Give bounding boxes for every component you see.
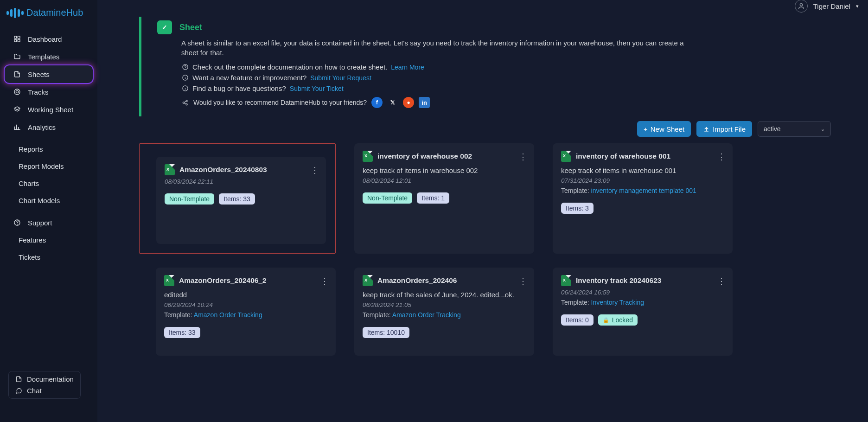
sidebar-item-working-sheet[interactable]: Working Sheet [0,101,97,118]
card-description: keep track of items in warehouse 002 [363,166,526,174]
card-badges: Non-TemplateItems: 33 [165,193,318,205]
card-template-link[interactable]: Amazon Order Tracking [392,311,461,319]
card-template-link[interactable]: Inventory Tracking [591,299,644,306]
spreadsheet-icon [561,151,571,162]
sheet-card[interactable]: AmazonOrders_20240803⋮08/03/2024 22:11No… [156,157,326,244]
svg-rect-4 [18,39,20,42]
card-title: AmazonOrders_202406_2 [179,276,267,285]
sheet-card[interactable]: Inventory track 20240623⋮06/24/2024 16:5… [553,268,733,356]
spreadsheet-icon [164,275,174,286]
sidebar-item-documentation[interactable]: Documentation [15,375,74,383]
chevron-updown-icon: ⌄ [821,126,825,132]
sidebar-item-label: Report Models [19,162,64,170]
card-menu-button[interactable]: ⋮ [717,276,726,286]
card-date: 08/03/2024 22:11 [165,178,318,185]
x-twitter-icon[interactable]: 𝕏 [387,97,398,108]
sidebar-item-label: Reports [19,145,43,153]
card-template-label: Template: [561,299,591,306]
card-title: inventory of warehouse 002 [377,152,472,160]
logo-bars-icon [6,8,24,18]
sidebar-item-chat[interactable]: Chat [15,387,74,395]
card-menu-button[interactable]: ⋮ [519,276,528,286]
card-template-link[interactable]: Amazon Order Tracking [194,311,262,319]
card-date: 06/28/2024 21:05 [363,301,526,308]
submit-request-link[interactable]: Submit Your Request [310,74,371,82]
learn-more-link[interactable]: Learn More [391,64,424,71]
card-template-label: Template: [561,187,591,194]
sheet-card[interactable]: inventory of warehouse 001⋮keep track of… [553,143,733,254]
sidebar-item-label: Templates [28,53,59,61]
banner-share-text: Would you like to recommend DatamineHub … [193,99,367,106]
sidebar-item-label: Charts [19,179,39,187]
locked-badge: 🔒Locked [598,314,638,326]
spreadsheet-icon [165,164,175,175]
brand-logo[interactable]: DatamineHub [0,5,97,30]
non-template-badge: Non-Template [165,193,214,205]
card-menu-button[interactable]: ⋮ [717,152,726,162]
help-circle-icon [181,64,189,71]
cards-grid: AmazonOrders_20240803⋮08/03/2024 22:11No… [139,143,849,356]
sidebar-item-charts[interactable]: Charts [0,175,97,192]
doc-icon [15,376,22,383]
bar-chart-icon [13,123,21,131]
help-icon [13,218,21,227]
banner-row-text: Want a new feature or improvement? [192,74,306,82]
sidebar-item-label: Tracks [28,88,48,96]
svg-rect-3 [14,39,17,42]
sidebar-item-label: Support [28,219,52,227]
svg-point-8 [17,224,18,224]
sheet-card[interactable]: AmazonOrders_202406_2⋮editedd06/29/2024 … [156,268,336,356]
sidebar-item-sheets[interactable]: Sheets [5,65,93,83]
card-template: Template: Inventory Tracking [561,299,724,306]
items-badge: Items: 10010 [363,327,409,338]
button-label: Import File [713,125,746,133]
check-icon: ✓ [157,20,172,34]
share-icon [181,99,189,106]
card-menu-button[interactable]: ⋮ [519,152,528,162]
card-description: editedd [164,291,327,299]
facebook-icon[interactable]: f [371,97,383,108]
sidebar-item-label: Working Sheet [28,106,73,114]
spreadsheet-icon [363,275,373,286]
sidebar-item-chart-models[interactable]: Chart Models [0,192,97,209]
card-template-link[interactable]: inventory management template 001 [591,187,696,194]
info-banner: ✓ Sheet A sheet is similar to an excel f… [139,17,849,116]
card-menu-button[interactable]: ⋮ [311,165,319,175]
card-date: 08/02/2024 12:01 [363,177,526,184]
card-menu-button[interactable]: ⋮ [320,276,329,286]
layers-icon [13,105,21,114]
plus-icon: + [644,125,648,133]
sidebar-item-analytics[interactable]: Analytics [0,118,97,136]
svg-rect-1 [14,36,17,38]
sheet-card[interactable]: inventory of warehouse 002⋮keep track of… [354,143,534,254]
sidebar-item-features[interactable]: Features [0,231,97,249]
sidebar-item-dashboard[interactable]: Dashboard [0,30,97,48]
info-icon [181,85,189,92]
reddit-icon[interactable]: ● [403,97,414,108]
sidebar-item-reports[interactable]: Reports [0,141,97,158]
sidebar-item-report-models[interactable]: Report Models [0,158,97,175]
linkedin-icon[interactable]: in [419,97,430,108]
submit-ticket-link[interactable]: Submit Your Ticket [290,85,344,92]
select-value: active [764,125,781,133]
upload-icon [703,126,710,133]
selected-card-highlight: AmazonOrders_20240803⋮08/03/2024 22:11No… [139,143,336,254]
svg-point-5 [14,89,20,95]
new-sheet-button[interactable]: + New Sheet [637,121,691,137]
items-badge: Items: 33 [219,193,255,205]
svg-point-6 [16,90,18,93]
sidebar-item-support[interactable]: Support [0,214,97,231]
status-filter-select[interactable]: active ⌄ [758,121,831,137]
sidebar-item-templates[interactable]: Templates [0,48,97,65]
sidebar-item-tracks[interactable]: Tracks [0,83,97,101]
sidebar-item-label: Features [19,236,46,244]
card-date: 06/24/2024 16:59 [561,289,724,296]
items-badge: Items: 1 [417,192,449,204]
import-file-button[interactable]: Import File [696,121,752,137]
card-badges: Items: 3 [561,203,724,214]
card-date: 07/31/2024 23:09 [561,177,724,184]
banner-row-text: Find a bug or have questions? [192,84,286,92]
sheet-card[interactable]: AmazonOrders_202406⋮keep track of the sa… [354,268,534,356]
grid-icon [13,35,21,43]
sidebar-item-tickets[interactable]: Tickets [0,249,97,266]
